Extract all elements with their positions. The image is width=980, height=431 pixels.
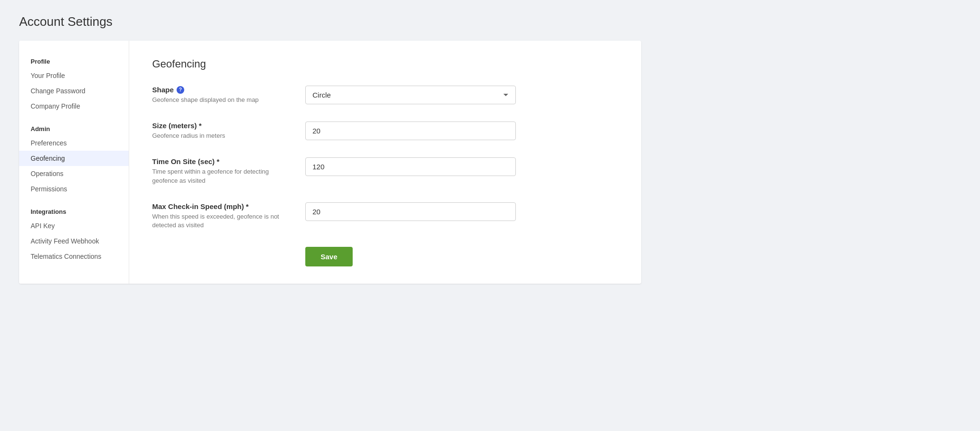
form-label-shape: Shape ? Geofence shape displayed on the … <box>152 86 286 104</box>
form-input-area-size <box>305 122 618 140</box>
sidebar-item-activity-feed-webhook[interactable]: Activity Feed Webhook <box>19 233 129 249</box>
shape-help-icon[interactable]: ? <box>177 86 184 94</box>
form-label-desc-time-on-site: Time spent within a geofence for detecti… <box>152 167 286 185</box>
sidebar-item-telematics-connections[interactable]: Telematics Connections <box>19 249 129 264</box>
form-label-size: Size (meters) * Geofence radius in meter… <box>152 122 286 140</box>
main-container: Profile Your Profile Change Password Com… <box>19 41 641 284</box>
sidebar-section-admin: Admin Preferences Geofencing Operations … <box>19 120 129 197</box>
form-label-time-on-site: Time On Site (sec) * Time spent within a… <box>152 157 286 185</box>
sidebar-item-geofencing-wrapper: Geofencing <box>19 151 129 166</box>
form-label-title-shape: Shape ? <box>152 86 286 94</box>
sidebar: Profile Your Profile Change Password Com… <box>19 41 129 284</box>
sidebar-item-company-profile[interactable]: Company Profile <box>19 99 129 114</box>
form-label-desc-size: Geofence radius in meters <box>152 132 286 140</box>
sidebar-section-label-profile: Profile <box>19 52 129 68</box>
sidebar-section-profile: Profile Your Profile Change Password Com… <box>19 52 129 114</box>
form-label-title-time-on-site: Time On Site (sec) * <box>152 157 286 166</box>
form-label-max-checkin-speed: Max Check-in Speed (mph) * When this spe… <box>152 202 286 230</box>
form-label-desc-shape: Geofence shape displayed on the map <box>152 96 286 104</box>
sidebar-section-label-integrations: Integrations <box>19 202 129 218</box>
form-input-area-shape: Circle Rectangle Polygon <box>305 86 618 104</box>
form-label-title-max-checkin-speed: Max Check-in Speed (mph) * <box>152 202 286 210</box>
sidebar-item-geofencing[interactable]: Geofencing <box>19 151 129 166</box>
form-label-desc-max-checkin-speed: When this speed is exceeded, geofence is… <box>152 212 286 230</box>
sidebar-section-label-admin: Admin <box>19 120 129 135</box>
sidebar-item-permissions[interactable]: Permissions <box>19 181 129 197</box>
content-area: Geofencing Shape ? Geofence shape displa… <box>129 41 641 284</box>
form-input-area-time-on-site <box>305 157 618 176</box>
sidebar-item-preferences[interactable]: Preferences <box>19 135 129 151</box>
form-input-area-max-checkin-speed <box>305 202 618 221</box>
form-section-max-checkin-speed: Max Check-in Speed (mph) * When this spe… <box>152 202 618 230</box>
form-section-shape: Shape ? Geofence shape displayed on the … <box>152 86 618 104</box>
page-title: Account Settings <box>19 14 961 29</box>
max-checkin-speed-input[interactable] <box>305 202 516 221</box>
sidebar-section-integrations: Integrations API Key Activity Feed Webho… <box>19 202 129 264</box>
save-button-container: Save <box>152 247 618 266</box>
sidebar-item-api-key[interactable]: API Key <box>19 218 129 233</box>
size-input[interactable] <box>305 122 516 140</box>
form-section-size: Size (meters) * Geofence radius in meter… <box>152 122 618 140</box>
sidebar-item-operations[interactable]: Operations <box>19 166 129 181</box>
sidebar-item-change-password[interactable]: Change Password <box>19 83 129 99</box>
content-title: Geofencing <box>152 58 618 70</box>
save-button[interactable]: Save <box>305 247 353 266</box>
form-section-time-on-site: Time On Site (sec) * Time spent within a… <box>152 157 618 185</box>
sidebar-item-your-profile[interactable]: Your Profile <box>19 68 129 83</box>
shape-select[interactable]: Circle Rectangle Polygon <box>305 86 516 104</box>
time-on-site-input[interactable] <box>305 157 516 176</box>
form-label-title-size: Size (meters) * <box>152 122 286 130</box>
